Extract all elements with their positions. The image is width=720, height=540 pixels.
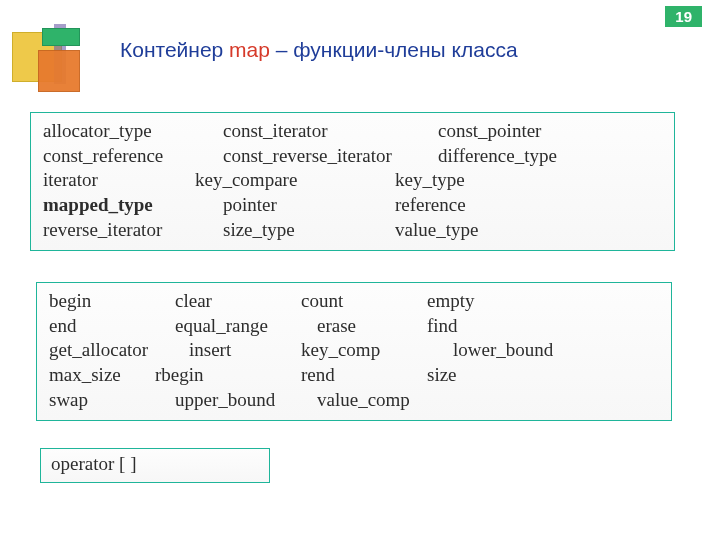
types-row: allocator_type const_iterator const_poin… [43,119,664,144]
title-word-container: Контейнер [120,38,223,61]
operator-box: operator [ ] [40,448,270,483]
title-word-map: map [229,38,270,61]
square-orange [38,50,80,92]
title-rest: – функции-члены класса [276,38,518,61]
func-cell: empty [427,289,553,314]
type-cell-mapped-type: mapped_type [43,193,223,218]
member-functions-box: begin clear count empty end equal_range … [36,282,672,421]
func-cell: key_comp [301,338,453,363]
func-cell: rend [301,363,427,388]
func-cell: equal_range [175,314,317,339]
func-cell: count [301,289,427,314]
funcs-row: swap upper_bound value_comp [49,388,661,413]
operator-text: operator [ ] [51,453,136,474]
type-cell: value_type [395,218,664,243]
slide: 19 Контейнер map – функции-члены класса … [0,0,720,540]
type-cell: reference [395,193,664,218]
member-types-box: allocator_type const_iterator const_poin… [30,112,675,251]
funcs-row: end equal_range erase find [49,314,661,339]
square-green [42,28,80,46]
types-row: const_reference const_reverse_iterator d… [43,144,664,169]
type-cell: const_reverse_iterator [223,144,438,169]
type-cell: iterator [43,168,195,193]
func-cell: get_allocator [49,338,189,363]
slide-title: Контейнер map – функции-члены класса [120,38,518,62]
type-cell: const_pointer [438,119,664,144]
func-cell: swap [49,388,175,413]
page-number: 19 [665,6,702,27]
func-cell: find [427,314,553,339]
type-cell: allocator_type [43,119,223,144]
func-cell: max_size [49,363,155,388]
types-row: mapped_type pointer reference [43,193,664,218]
func-cell: begin [49,289,175,314]
type-cell: key_compare [195,168,395,193]
func-cell: erase [317,314,427,339]
type-cell: const_iterator [223,119,438,144]
type-cell: size_type [223,218,395,243]
func-cell: end [49,314,175,339]
func-cell: lower_bound [453,338,579,363]
funcs-row: get_allocator insert key_comp lower_boun… [49,338,661,363]
type-cell: key_type [395,168,664,193]
types-row: iterator key_compare key_type [43,168,664,193]
types-row: reverse_iterator size_type value_type [43,218,664,243]
func-cell: upper_bound [175,388,317,413]
type-cell: reverse_iterator [43,218,223,243]
funcs-row: begin clear count empty [49,289,661,314]
func-cell: insert [189,338,301,363]
func-cell: size [427,363,553,388]
func-cell: rbegin [155,363,301,388]
type-cell: difference_type [438,144,664,169]
funcs-row: max_size rbegin rend size [49,363,661,388]
type-cell: const_reference [43,144,223,169]
decorative-logo [12,28,102,98]
func-cell: clear [175,289,301,314]
func-cell: value_comp [317,388,443,413]
type-cell: pointer [223,193,395,218]
